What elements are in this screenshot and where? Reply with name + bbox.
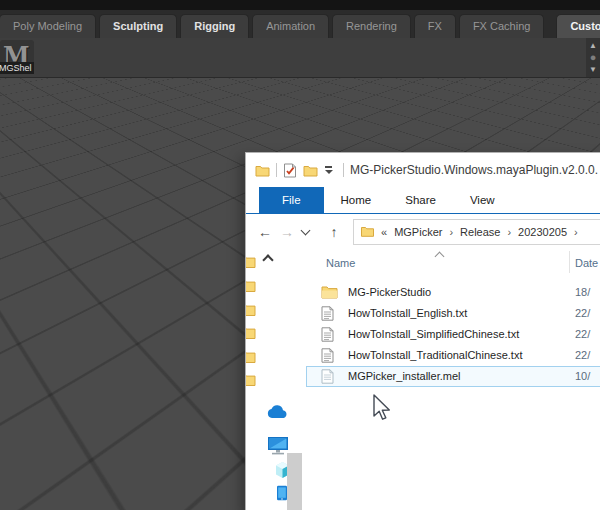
breadcrumb-item-mgpicker[interactable]: MGPicker: [394, 226, 442, 238]
navigation-pane[interactable]: [246, 249, 304, 510]
column-header-date[interactable]: Date: [575, 257, 598, 269]
breadcrumb-chevron-icon[interactable]: ›: [449, 226, 453, 238]
navpane-folder-icon[interactable]: [246, 372, 256, 391]
titlebar-separator-2: [343, 163, 344, 177]
ribbon-tab-home[interactable]: Home: [324, 187, 389, 213]
breadcrumb-chevron-icon[interactable]: ›: [574, 226, 578, 238]
up-button-icon[interactable]: ↑: [323, 224, 345, 240]
shelf-tab-custom[interactable]: Custom: [556, 14, 600, 38]
ribbon-tab-file[interactable]: File: [259, 187, 324, 213]
file-row[interactable]: HowToInstall_SimplifiedChinese.txt 22/: [304, 324, 600, 345]
titlebar-separator: [276, 163, 277, 177]
address-breadcrumb-box[interactable]: « MGPicker › Release › 20230205 ›: [353, 219, 600, 245]
file-row[interactable]: HowToInstall_TraditionalChinese.txt 22/: [304, 345, 600, 366]
file-row[interactable]: MG-PickerStudio 18/: [304, 282, 600, 303]
shelf-scroll-widget: ▲ ● ▼: [586, 38, 600, 77]
shelf-tab-rigging[interactable]: Rigging: [180, 14, 249, 38]
back-button-icon[interactable]: ←: [254, 224, 276, 240]
shelf-scroll-up-icon[interactable]: ▲: [589, 41, 597, 50]
explorer-content: Name Date MG-PickerStudio 18/: [246, 249, 600, 510]
address-folder-icon: [361, 226, 374, 237]
breadcrumb-item-20230205[interactable]: 20230205: [518, 226, 567, 238]
ribbon-tab-strip: File Home Share View: [246, 187, 600, 214]
address-bar: ← → ↑ « MGPicker › Release › 20230205 ›: [246, 214, 600, 249]
navpane-folder-icon[interactable]: [246, 302, 256, 321]
qat-properties-icon[interactable]: [283, 163, 297, 178]
navpane-scroll-up-chevron-icon[interactable]: [262, 254, 273, 265]
file-date: 18/: [575, 286, 590, 298]
file-date: 22/: [575, 328, 590, 340]
recent-locations-chevron-icon[interactable]: [301, 225, 311, 235]
shelf-tab-rendering[interactable]: Rendering: [332, 14, 411, 38]
shelf-tab-fx-caching[interactable]: FX Caching: [459, 14, 544, 38]
shelf-scroll-handle-icon[interactable]: ●: [590, 53, 597, 62]
file-name[interactable]: HowToInstall_English.txt: [348, 307, 467, 319]
maya-shelf-tabbar: Poly Modeling Sculpting Rigging Animatio…: [0, 10, 600, 39]
explorer-window: MG-PickerStudio.Windows.mayaPlugin.v2.0.…: [245, 152, 600, 510]
forward-button-icon[interactable]: →: [276, 224, 298, 240]
column-divider[interactable]: [569, 251, 570, 273]
sort-ascending-icon[interactable]: [435, 252, 445, 262]
this-pc-icon[interactable]: [267, 436, 289, 459]
window-title: MG-PickerStudio.Windows.mayaPlugin.v2.0.…: [350, 163, 600, 177]
breadcrumb-chevron-icon[interactable]: ›: [507, 226, 511, 238]
file-rows: MG-PickerStudio 18/ HowToInstall_English…: [304, 282, 600, 387]
text-file-icon: [321, 327, 334, 342]
maya-shelf: M MGShel ▲ ● ▼: [0, 38, 600, 78]
shelf-tab-animation[interactable]: Animation: [252, 14, 329, 38]
shelf-tab-sculpting[interactable]: Sculpting: [99, 14, 177, 38]
mel-file-icon: [321, 369, 334, 384]
file-name[interactable]: HowToInstall_SimplifiedChinese.txt: [348, 328, 519, 340]
navpane-folder-icon[interactable]: [246, 254, 256, 273]
ribbon-tab-view[interactable]: View: [453, 187, 512, 213]
onedrive-cloud-icon[interactable]: [267, 405, 288, 423]
file-date: 22/: [575, 349, 590, 361]
qat-new-folder-icon[interactable]: [303, 164, 318, 177]
maya-menubar-strip: [0, 0, 600, 10]
screen: Poly Modeling Sculpting Rigging Animatio…: [0, 0, 600, 510]
file-name[interactable]: HowToInstall_TraditionalChinese.txt: [348, 349, 522, 361]
qat-customize-dropdown-icon[interactable]: [324, 166, 333, 174]
breadcrumb-item-release[interactable]: Release: [460, 226, 500, 238]
shelf-scroll-down-icon[interactable]: ▼: [589, 65, 597, 74]
file-row-highlighted[interactable]: MGPicker_installer.mel 10/: [304, 366, 600, 387]
explorer-titlebar[interactable]: MG-PickerStudio.Windows.mayaPlugin.v2.0.…: [246, 153, 600, 187]
navpane-folder-icon[interactable]: [246, 325, 256, 344]
file-name[interactable]: MGPicker_installer.mel: [348, 370, 460, 382]
file-list: Name Date MG-PickerStudio 18/: [304, 249, 600, 510]
shelf-tab-poly-modeling[interactable]: Poly Modeling: [0, 14, 96, 38]
mouse-cursor-icon: [368, 392, 392, 422]
navpane-scrollbar-thumb[interactable]: [287, 453, 302, 510]
folder-icon: [321, 285, 338, 299]
text-file-icon: [321, 348, 334, 363]
shelf-tab-fx[interactable]: FX: [414, 14, 456, 38]
file-date: 10/: [575, 370, 590, 382]
navpane-folder-icon[interactable]: [246, 349, 256, 368]
text-file-icon: [321, 306, 334, 321]
shelf-button-label: MGShel: [0, 62, 34, 74]
navpane-folder-icon[interactable]: [246, 278, 256, 297]
column-header-name[interactable]: Name: [326, 257, 355, 269]
column-header-row: Name Date: [304, 249, 600, 275]
window-folder-icon: [255, 164, 270, 177]
file-date: 22/: [575, 307, 590, 319]
file-row[interactable]: HowToInstall_English.txt 22/: [304, 303, 600, 324]
ribbon-tab-share[interactable]: Share: [388, 187, 453, 213]
file-name[interactable]: MG-PickerStudio: [348, 286, 431, 298]
breadcrumb-overflow-icon[interactable]: «: [381, 226, 387, 238]
